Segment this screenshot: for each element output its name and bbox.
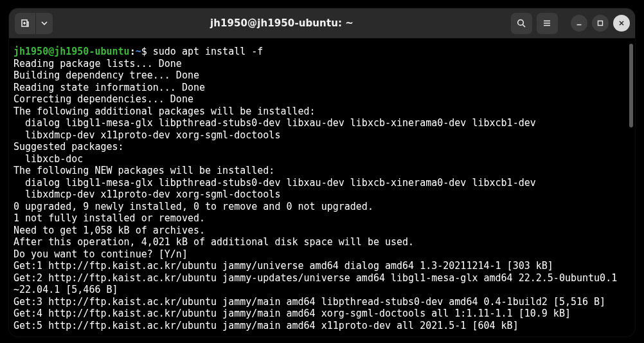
svg-point-0 <box>518 20 524 26</box>
output-line: libxdmcp-dev x11proto-dev xorg-sgml-doct… <box>13 189 280 200</box>
output-line: libxcb-doc <box>13 153 83 165</box>
output-line: libxdmcp-dev x11proto-dev xorg-sgml-doct… <box>13 129 280 141</box>
menu-button[interactable] <box>537 13 558 34</box>
terminal-output[interactable]: jh1950@jh1950-ubuntu:~$ sudo apt install… <box>9 39 635 337</box>
scrollbar[interactable] <box>629 44 633 127</box>
minimize-button[interactable] <box>571 15 587 32</box>
output-line: 0 upgraded, 9 newly installed, 0 to remo… <box>13 201 373 212</box>
maximize-icon <box>596 19 604 27</box>
terminal-window: jh1950@jh1950-ubuntu: ~ jh1950@jh1950-ub… <box>9 8 635 337</box>
output-line: Get:1 http://ftp.kaist.ac.kr/ubuntu jamm… <box>13 260 553 272</box>
output-line: Get:3 http://ftp.kaist.ac.kr/ubuntu jamm… <box>13 296 605 308</box>
prompt-dollar: $ <box>141 46 153 57</box>
output-line: Reading state information... Done <box>13 82 205 93</box>
output-line: Reading package lists... Done <box>13 58 182 70</box>
titlebar: jh1950@jh1950-ubuntu: ~ <box>9 8 635 39</box>
output-line: 1 not fully installed or removed. <box>13 212 205 224</box>
output-line: Need to get 1,058 kB of archives. <box>13 225 205 236</box>
output-line: dialog libgl1-mesa-glx libpthread-stubs0… <box>13 177 536 189</box>
output-line: Get:5 http://ftp.kaist.ac.kr/ubuntu jamm… <box>13 320 519 331</box>
search-button[interactable] <box>511 13 532 34</box>
output-line: The following additional packages will b… <box>13 106 316 117</box>
output-line: Suggested packages: <box>13 141 124 153</box>
prompt-colon: : <box>130 46 136 57</box>
search-icon <box>516 18 526 28</box>
new-tab-group <box>15 13 53 34</box>
output-line: Do you want to continue? [Y/n] <box>13 248 188 260</box>
output-line: Correcting dependencies... Done <box>13 93 193 105</box>
chevron-down-icon <box>40 19 48 27</box>
output-line: The following NEW packages will be insta… <box>13 165 274 176</box>
hamburger-icon <box>542 18 552 28</box>
window-title: jh1950@jh1950-ubuntu: ~ <box>210 17 353 29</box>
new-tab-button[interactable] <box>15 13 36 34</box>
prompt-user-host: jh1950@jh1950-ubuntu <box>13 46 130 57</box>
command-text: sudo apt install -f <box>153 46 264 57</box>
new-tab-menu-button[interactable] <box>36 13 53 34</box>
output-line: Building dependency tree... Done <box>13 70 199 81</box>
new-tab-icon <box>20 18 30 28</box>
close-icon <box>618 19 625 27</box>
prompt-path: ~ <box>136 46 141 57</box>
output-line: After this operation, 4,021 kB of additi… <box>13 236 414 248</box>
svg-rect-1 <box>598 21 602 26</box>
output-line: Get:4 http://ftp.kaist.ac.kr/ubuntu jamm… <box>13 308 571 319</box>
output-line: ~22.04.1 [5,466 B] <box>13 284 118 295</box>
output-line: dialog libgl1-mesa-glx libpthread-stubs0… <box>13 117 536 129</box>
close-button[interactable] <box>613 15 630 32</box>
maximize-button[interactable] <box>592 15 609 32</box>
minimize-icon <box>575 19 583 27</box>
output-line: Get:2 http://ftp.kaist.ac.kr/ubuntu jamm… <box>13 272 617 284</box>
